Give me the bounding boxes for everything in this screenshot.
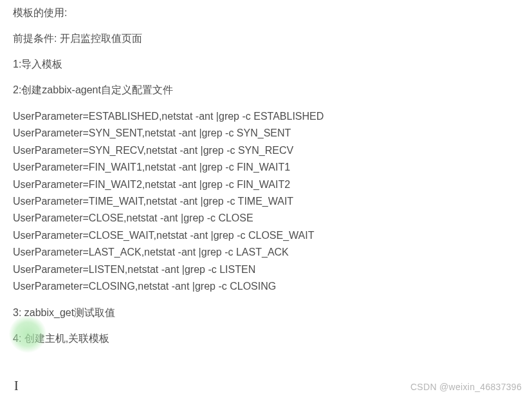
prerequisite: 前提条件: 开启监控取值页面	[13, 31, 519, 46]
code-line: UserParameter=LISTEN,netstat -ant |grep …	[13, 261, 519, 278]
step-3: 3: zabbix_get测试取值	[13, 305, 519, 321]
code-line: UserParameter=FIN_WAIT1,netstat -ant |gr…	[13, 159, 519, 176]
watermark: CSDN @weixin_46837396	[410, 380, 522, 394]
code-line: UserParameter=FIN_WAIT2,netstat -ant |gr…	[13, 176, 519, 193]
code-line: UserParameter=CLOSE,netstat -ant |grep -…	[13, 210, 519, 227]
code-line: UserParameter=TIME_WAIT,netstat -ant |gr…	[13, 193, 519, 210]
code-line: UserParameter=ESTABLISHED,netstat -ant |…	[13, 108, 519, 125]
step-4: 4: 创建主机,关联模板	[13, 331, 519, 346]
code-line: UserParameter=SYN_SENT,netstat -ant |gre…	[13, 125, 519, 142]
step-1: 1:导入模板	[13, 57, 519, 72]
text-cursor-icon: I	[14, 376, 19, 395]
code-line: UserParameter=SYN_RECV,netstat -ant |gre…	[13, 142, 519, 159]
code-line: UserParameter=CLOSE_WAIT,netstat -ant |g…	[13, 227, 519, 244]
step-2: 2:创建zabbix-agent自定义配置文件	[13, 82, 519, 98]
code-line: UserParameter=CLOSING,netstat -ant |grep…	[13, 278, 519, 295]
user-parameter-block: UserParameter=ESTABLISHED,netstat -ant |…	[13, 108, 519, 295]
code-line: UserParameter=LAST_ACK,netstat -ant |gre…	[13, 244, 519, 261]
doc-title: 模板的使用:	[13, 5, 519, 21]
